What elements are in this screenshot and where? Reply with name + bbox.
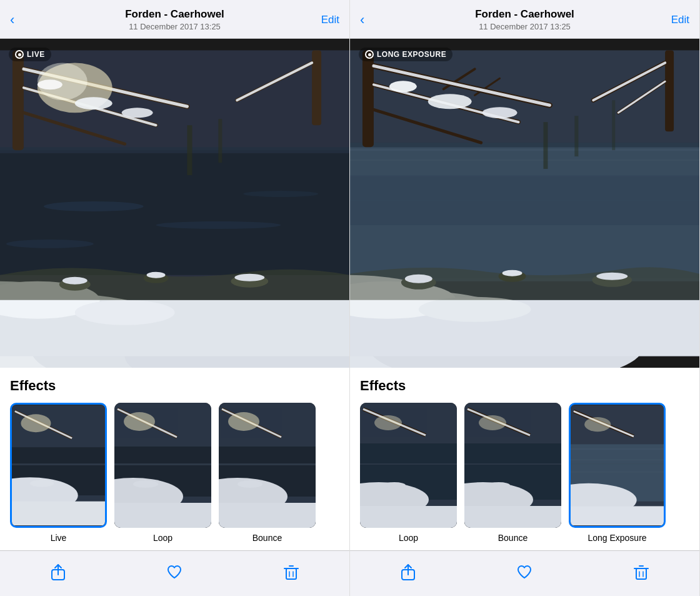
right-header-subtitle: 11 December 2017 13:25 (385, 22, 664, 31)
right-effects-row: Loop Bounce (360, 403, 689, 543)
svg-rect-119 (360, 463, 457, 465)
right-photo-area: LONG EXPOSURE (350, 39, 699, 368)
svg-rect-74 (350, 149, 699, 151)
left-bottom-toolbar (0, 550, 349, 596)
svg-rect-1 (0, 150, 349, 275)
svg-point-3 (44, 201, 144, 211)
effect-live-label: Live (51, 533, 67, 543)
left-edit-button[interactable]: Edit (314, 14, 339, 26)
left-delete-button[interactable] (279, 560, 304, 585)
svg-rect-14 (12, 50, 24, 150)
svg-point-13 (75, 300, 175, 325)
left-favorite-button[interactable] (162, 560, 187, 585)
svg-rect-53 (114, 463, 211, 465)
svg-point-118 (383, 482, 406, 488)
svg-point-85 (419, 297, 531, 322)
right-delete-button[interactable] (629, 560, 654, 585)
right-panel: ‹ Forden - Caerhowel 11 December 2017 13… (350, 0, 700, 596)
svg-point-101 (389, 81, 417, 92)
live-icon (15, 50, 24, 59)
svg-point-135 (584, 417, 611, 432)
svg-point-105 (405, 275, 432, 283)
svg-rect-73 (350, 175, 699, 225)
svg-rect-141 (636, 568, 646, 579)
svg-rect-39 (12, 502, 105, 525)
right-share-button[interactable] (396, 560, 421, 585)
right-back-button[interactable]: ‹ (360, 12, 385, 28)
svg-point-106 (502, 270, 522, 276)
svg-rect-138 (571, 472, 664, 473)
effect-bounce-thumb (219, 403, 316, 528)
svg-point-25 (75, 97, 112, 109)
svg-rect-44 (12, 463, 105, 465)
effect-live[interactable]: Live (10, 403, 107, 543)
effect-bounce-label: Bounce (252, 533, 282, 543)
right-edit-button[interactable]: Edit (664, 14, 689, 26)
left-header-title: Forden - Caerhowel (35, 8, 314, 21)
left-share-button[interactable] (46, 560, 71, 585)
right-effects-section: Effects Loop (350, 368, 699, 550)
svg-rect-108 (543, 122, 548, 169)
svg-rect-132 (571, 506, 664, 525)
right-effect-loop-label: Loop (399, 533, 418, 543)
long-exposure-badge-text: LONG EXPOSURE (377, 50, 446, 59)
svg-point-34 (147, 272, 166, 278)
right-effect-bounce[interactable]: Bounce (464, 403, 561, 543)
svg-rect-64 (286, 568, 296, 579)
svg-point-117 (374, 415, 402, 430)
right-effect-loop[interactable]: Loop (360, 403, 457, 543)
svg-rect-128 (464, 463, 561, 465)
svg-point-99 (428, 94, 472, 109)
svg-point-5 (243, 191, 318, 197)
svg-rect-137 (571, 459, 664, 460)
svg-point-6 (6, 240, 94, 248)
live-badge-text: LIVE (27, 50, 45, 59)
right-effect-longexposure[interactable]: Long Exposure (569, 403, 666, 543)
svg-rect-123 (464, 506, 561, 528)
left-header-subtitle: 11 December 2017 13:25 (35, 22, 314, 31)
svg-point-52 (133, 480, 158, 488)
svg-rect-76 (350, 175, 699, 176)
right-effect-longexposure-thumb (569, 403, 666, 528)
left-panel: ‹ Forden - Caerhowel 11 December 2017 13… (0, 0, 350, 596)
svg-rect-136 (571, 448, 664, 450)
svg-point-4 (156, 221, 281, 229)
right-bottom-toolbar (350, 550, 699, 596)
svg-rect-139 (571, 463, 664, 464)
svg-rect-71 (350, 143, 699, 148)
svg-point-60 (228, 412, 259, 431)
svg-point-127 (488, 482, 510, 488)
effect-bounce[interactable]: Bounce (219, 403, 316, 543)
effect-live-thumb (10, 403, 107, 528)
effect-loop[interactable]: Loop (114, 403, 211, 543)
live-badge: LIVE (9, 48, 51, 61)
left-effects-row: Live Loop (10, 403, 339, 543)
right-effects-title: Effects (360, 378, 689, 394)
svg-rect-62 (219, 463, 316, 465)
svg-point-61 (238, 480, 262, 488)
svg-rect-78 (350, 225, 699, 226)
svg-rect-79 (350, 250, 699, 251)
svg-point-100 (482, 107, 518, 118)
left-effects-title: Effects (10, 378, 339, 394)
svg-rect-57 (219, 503, 316, 528)
svg-rect-28 (187, 125, 192, 175)
svg-point-33 (62, 277, 88, 285)
svg-rect-114 (360, 506, 457, 528)
svg-rect-109 (574, 116, 578, 156)
left-effects-section: Effects Live (0, 368, 349, 550)
long-exposure-icon (365, 50, 374, 59)
svg-rect-110 (612, 100, 615, 150)
left-photo-area: LIVE (0, 39, 349, 368)
effect-loop-thumb (114, 403, 211, 528)
left-back-button[interactable]: ‹ (10, 12, 35, 28)
svg-point-27 (38, 79, 62, 89)
right-header-title: Forden - Caerhowel (385, 8, 664, 21)
svg-point-126 (479, 415, 506, 430)
right-favorite-button[interactable] (512, 560, 537, 585)
right-effect-longexposure-label: Long Exposure (588, 533, 646, 543)
right-effect-bounce-thumb (464, 403, 561, 528)
svg-point-26 (122, 108, 153, 118)
svg-rect-48 (114, 503, 211, 528)
svg-point-43 (30, 480, 54, 487)
